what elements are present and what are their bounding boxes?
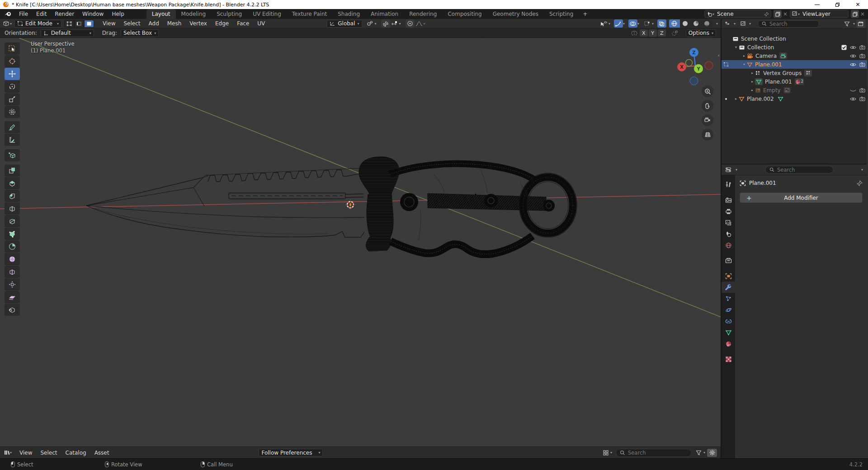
outliner-row-plane-001-data[interactable]: ▸ Plane.001 2 xyxy=(722,77,867,86)
hide-eye-icon[interactable] xyxy=(850,45,856,50)
expander-icon[interactable]: ▸ xyxy=(741,54,747,58)
snap-caret[interactable]: ▾ xyxy=(399,22,401,26)
display-mode-grid-icon[interactable] xyxy=(601,449,610,457)
minimize-button[interactable]: — xyxy=(807,0,827,9)
tool-move-button[interactable] xyxy=(5,68,20,80)
shading-caret[interactable]: ▾ xyxy=(716,22,718,26)
properties-tab-physics[interactable] xyxy=(722,304,735,315)
outliner-search-input[interactable] xyxy=(769,21,810,27)
close-button[interactable]: ✕ xyxy=(848,0,868,9)
properties-tab-particles[interactable] xyxy=(722,293,735,304)
tab-uv-editing[interactable]: UV Editing xyxy=(247,9,287,19)
object-types-caret[interactable]: ▾ xyxy=(609,22,610,26)
outliner-filter-icon[interactable] xyxy=(843,20,852,28)
overlays-caret[interactable]: ▾ xyxy=(637,22,639,26)
tool-rotate-button[interactable] xyxy=(5,80,20,93)
vertex-select-mode-button[interactable] xyxy=(64,20,74,28)
outliner-row-plane-001-object[interactable]: ▾ Plane.001 xyxy=(722,60,867,69)
asset-search-input[interactable] xyxy=(628,450,682,456)
tool-knife-button[interactable] xyxy=(5,215,20,227)
unlink-scene-button[interactable]: × xyxy=(782,11,789,17)
tool-spin-button[interactable] xyxy=(5,240,20,253)
expander-icon[interactable]: ▸ xyxy=(750,80,755,84)
asset-menu-view[interactable]: View xyxy=(15,450,36,456)
disable-render-camera-icon[interactable] xyxy=(859,62,865,67)
properties-editor-caret[interactable]: ▾ xyxy=(736,168,737,172)
pin-scene-icon[interactable] xyxy=(764,12,769,17)
exclude-checkbox[interactable] xyxy=(841,45,847,50)
outliner-filter-caret[interactable]: ▾ xyxy=(853,22,855,26)
pan-hand-icon[interactable] xyxy=(702,100,713,112)
hide-eye-icon[interactable] xyxy=(850,97,856,101)
properties-tab-world[interactable] xyxy=(722,240,735,251)
tool-transform-button[interactable] xyxy=(5,106,20,118)
zoom-icon[interactable] xyxy=(702,85,713,97)
properties-tab-render[interactable] xyxy=(722,194,735,206)
expander-icon[interactable]: ▸ xyxy=(750,71,755,75)
options-dropdown[interactable]: Options ▾ xyxy=(686,29,716,37)
expander-icon[interactable]: ▸ xyxy=(733,97,739,101)
tab-layout[interactable]: Layout xyxy=(146,9,176,19)
breadcrumb-object-name[interactable]: Plane.001 xyxy=(749,180,776,186)
properties-tab-output[interactable] xyxy=(722,206,735,217)
tool-extrude-region-button[interactable] xyxy=(5,164,20,177)
viewport-menu-mesh[interactable]: Mesh xyxy=(163,20,186,27)
edge-select-mode-button[interactable] xyxy=(74,20,84,28)
tool-select-box-button[interactable] xyxy=(5,42,20,55)
gizmo-axis-neg-z[interactable] xyxy=(690,77,698,85)
display-mode-caret[interactable]: ▾ xyxy=(610,451,612,455)
tool-shear-button[interactable] xyxy=(5,291,20,303)
material-preview-shading-button[interactable] xyxy=(691,19,702,28)
pivot-point-icon[interactable] xyxy=(366,19,375,28)
add-modifier-button[interactable]: + Add Modifier xyxy=(740,193,863,203)
material-badge[interactable]: 2 xyxy=(795,78,804,85)
camera-view-icon[interactable] xyxy=(702,114,713,126)
properties-tab-tool[interactable] xyxy=(722,179,735,190)
tool-inset-faces-button[interactable] xyxy=(5,177,20,189)
expander-icon[interactable]: ▸ xyxy=(750,88,755,92)
mirror-y-button[interactable]: Y xyxy=(649,29,657,37)
menu-render[interactable]: Render xyxy=(51,9,78,19)
toggle-xray-button[interactable] xyxy=(657,19,666,28)
new-collection-icon[interactable] xyxy=(856,20,865,28)
disable-render-camera-icon[interactable] xyxy=(859,53,865,58)
mode-dropdown[interactable]: Edit Mode ▾ xyxy=(14,20,61,28)
properties-tab-material[interactable] xyxy=(722,338,735,349)
disable-render-camera-icon[interactable] xyxy=(859,96,865,101)
overlays-toggle-icon[interactable] xyxy=(628,19,637,28)
properties-tab-constraints[interactable] xyxy=(722,315,735,327)
outliner-row-vertex-groups[interactable]: ▸ Vertex Groups xyxy=(722,69,867,77)
wireframe-shading-button[interactable] xyxy=(669,19,680,28)
proportional-editing-icon[interactable] xyxy=(406,19,415,28)
gizmo-axis-neg-y[interactable] xyxy=(686,60,693,66)
expander-icon[interactable]: ▾ xyxy=(741,62,747,66)
filter-caret[interactable]: ▾ xyxy=(703,451,705,455)
properties-tab-object[interactable] xyxy=(722,270,735,282)
new-scene-button[interactable] xyxy=(774,10,782,18)
tool-measure-button[interactable] xyxy=(5,134,20,146)
properties-editor-icon[interactable] xyxy=(724,166,733,174)
gizmos-toggle-icon[interactable] xyxy=(614,19,623,28)
outliner-display-caret[interactable]: ▾ xyxy=(749,22,751,26)
hidden-eye-closed-icon[interactable] xyxy=(850,88,856,93)
mirror-x-button[interactable]: X xyxy=(640,29,648,37)
restore-button[interactable] xyxy=(827,0,848,9)
gizmo-axis-neg-x[interactable] xyxy=(705,61,713,70)
menu-window[interactable]: Window xyxy=(78,9,108,19)
expander-icon[interactable]: ▾ xyxy=(733,45,739,49)
hide-eye-icon[interactable] xyxy=(850,62,856,67)
outliner-row-camera[interactable]: ▸ Camera xyxy=(722,52,867,60)
vertex-groups-badge[interactable] xyxy=(804,70,812,76)
snap-toggle-icon[interactable] xyxy=(381,19,390,28)
tool-edge-slide-button[interactable] xyxy=(5,266,20,278)
properties-tab-modifiers[interactable] xyxy=(722,282,735,293)
face-select-mode-button[interactable] xyxy=(84,20,94,28)
properties-tab-collection[interactable] xyxy=(722,255,735,266)
asset-search[interactable] xyxy=(616,449,692,457)
tab-shading[interactable]: Shading xyxy=(332,9,365,19)
orthographic-toggle-icon[interactable] xyxy=(702,129,713,141)
view-layer-name[interactable]: ViewLayer xyxy=(800,11,833,17)
tool-scale-button[interactable] xyxy=(5,93,20,105)
asset-menu-select[interactable]: Select xyxy=(37,450,61,456)
properties-tab-object-data[interactable] xyxy=(722,327,735,338)
